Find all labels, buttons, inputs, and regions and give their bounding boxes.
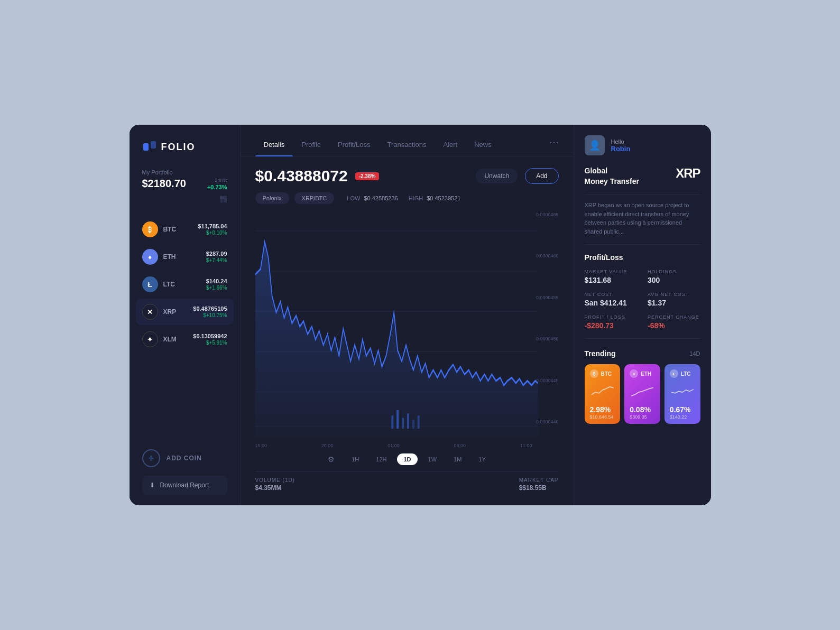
coin-info-section: Global Money Transfer XRP	[585, 166, 700, 194]
trending-price-btc: $10,646.54	[590, 414, 615, 420]
download-report-button[interactable]: ⬇ Download Report	[142, 476, 227, 495]
coin-item-btc[interactable]: ₿ BTC $11,785.04 $+0.10%	[136, 216, 234, 243]
price-change-badge: -2.38%	[355, 172, 380, 180]
trending-coin-name-ltc: LTC	[681, 371, 691, 377]
pl-item: PROFIT / LOSS -$280.73	[585, 314, 638, 330]
pl-item-label: HOLDINGS	[648, 269, 700, 274]
coin-price-ltc: $140.24	[206, 278, 227, 284]
pl-item-label: AVG NET COST	[648, 292, 700, 297]
coin-item-ltc[interactable]: Ł LTC $140.24 $+1.66%	[136, 271, 234, 298]
tab-transactions[interactable]: Transactions	[379, 135, 435, 156]
coin-description: XRP began as an open source project to e…	[585, 201, 700, 245]
coin-logo: XRP	[676, 166, 700, 181]
time-btn-12h[interactable]: 12H	[370, 453, 393, 465]
user-section: 👤 Hello Robin	[585, 135, 700, 155]
portfolio-row: $2180.70 24HR +0.73% ▦	[142, 178, 227, 203]
time-btn-1h[interactable]: 1H	[345, 453, 365, 465]
coin-change-btc: $+0.10%	[198, 230, 227, 236]
trending-price-eth: $309.35	[630, 414, 655, 420]
pair-badge[interactable]: XRP/BTC	[294, 192, 335, 204]
svg-rect-12	[412, 420, 414, 429]
marketcap-value: $$18.55B	[519, 484, 559, 492]
coin-left-xlm: ✦ XLM	[142, 331, 177, 347]
coin-title-line2: Money Transfer	[585, 177, 639, 187]
price-range: LOW $0.42585236 HIGH $0.45239521	[347, 195, 460, 201]
pl-item: PERCENT CHANGE -68%	[648, 314, 700, 330]
trending-mini-chart-btc	[590, 383, 615, 401]
user-greeting: Hello	[611, 138, 631, 145]
chart-container: 0.0000465 0.0000460 0.0000455 0.0000450 …	[255, 209, 559, 448]
unwatch-button[interactable]: Unwatch	[476, 169, 518, 183]
coin-right-btc: $11,785.04 $+0.10%	[198, 223, 227, 236]
tab-profit-loss[interactable]: Profit/Loss	[329, 135, 379, 156]
add-coin-label: ADD COIN	[167, 455, 202, 462]
coin-left-eth: ♦ ETH	[142, 249, 176, 265]
add-button[interactable]: Add	[525, 168, 558, 184]
trending-pct-ltc: 0.67%	[670, 405, 695, 414]
coin-item-xlm[interactable]: ✦ XLM $0.13059942 $+5.91%	[136, 326, 234, 353]
pl-title: Profit/Loss	[585, 253, 700, 262]
svg-rect-11	[407, 413, 409, 429]
trending-card-btc[interactable]: ₿ BTC 2.98% $10,646.54	[585, 364, 621, 424]
exchange-badge[interactable]: Polonix	[255, 192, 289, 204]
coin-name-eth: ETH	[163, 253, 176, 261]
trending-mini-chart-eth	[630, 383, 655, 401]
app-container: FOLIO My Portfolio $2180.70 24HR +0.73% …	[130, 125, 711, 505]
low-label: LOW $0.42585236	[347, 195, 398, 201]
time-btn-1m[interactable]: 1M	[447, 453, 468, 465]
tab-details[interactable]: Details	[255, 135, 293, 156]
pl-item-value: $131.68	[585, 276, 638, 284]
high-label-text: HIGH	[409, 195, 423, 201]
portfolio-section: My Portfolio $2180.70 24HR +0.73% ▦	[130, 169, 240, 203]
download-label: Download Report	[160, 481, 209, 489]
add-coin-button[interactable]: +	[142, 449, 160, 467]
coin-name-xlm: XLM	[163, 336, 177, 343]
coin-right-ltc: $140.24 $+1.66%	[206, 278, 227, 291]
time-btn-1y[interactable]: 1Y	[472, 453, 492, 465]
trending-pct-eth: 0.08%	[630, 405, 655, 414]
tab-alert[interactable]: Alert	[435, 135, 466, 156]
trending-mini-chart-ltc	[670, 383, 695, 401]
time-btn-1d[interactable]: 1D	[397, 453, 417, 465]
volume-label: VOLUME (1D)	[255, 477, 295, 483]
coin-name-btc: BTC	[163, 226, 177, 233]
pl-item: MARKET VALUE $131.68	[585, 269, 638, 284]
trending-card-eth[interactable]: ♦ ETH 0.08% $309.35	[624, 364, 660, 424]
coin-info-text: Global Money Transfer	[585, 166, 639, 187]
coin-item-xrp[interactable]: ✕ XRP $0.48765105 $+10.75%	[136, 299, 234, 325]
coin-item-eth[interactable]: ♦ ETH $287.09 $+7.44%	[136, 244, 234, 270]
trending-coin-name-eth: ETH	[641, 371, 651, 377]
coin-change-xrp: $+10.75%	[193, 312, 227, 318]
trending-period: 14D	[689, 350, 700, 357]
trending-coin-icon-btc: ₿	[590, 369, 598, 378]
trending-card-ltc[interactable]: Ł LTC 0.67% $140.22	[664, 364, 700, 424]
nav-tabs: DetailsProfileProfit/LossTransactionsAle…	[241, 125, 574, 156]
trending-section: Trending 14D ₿ BTC 2.98% $10,646.54 ♦ ET…	[585, 349, 700, 424]
portfolio-24h: 24HR +0.73% ▦	[207, 178, 227, 203]
logo-icon	[142, 140, 157, 154]
trending-pct-btc: 2.98%	[590, 405, 615, 414]
tab-profile[interactable]: Profile	[293, 135, 329, 156]
trending-price-ltc: $140.22	[670, 414, 695, 420]
coin-left-ltc: Ł LTC	[142, 276, 175, 292]
user-name: Robin	[611, 145, 631, 153]
sidebar: FOLIO My Portfolio $2180.70 24HR +0.73% …	[130, 125, 241, 505]
add-coin-section[interactable]: + ADD COIN	[130, 444, 240, 467]
trending-title: Trending	[585, 349, 616, 358]
coin-right-xlm: $0.13059942 $+5.91%	[193, 333, 227, 346]
coin-title-line1: Global	[585, 166, 639, 177]
filter-button[interactable]: ⚙	[321, 452, 341, 466]
coin-right-xrp: $0.48765105 $+10.75%	[193, 305, 227, 318]
svg-rect-1	[151, 141, 156, 149]
main-content: DetailsProfileProfit/LossTransactionsAle…	[241, 125, 574, 505]
nav-more-button[interactable]: ⋯	[549, 136, 559, 155]
trending-coin-name-btc: BTC	[601, 371, 612, 377]
time-btn-1w[interactable]: 1W	[422, 453, 444, 465]
exchange-row: Polonix XRP/BTC LOW $0.42585236 HIGH $0.…	[255, 192, 559, 204]
tab-news[interactable]: News	[466, 135, 500, 156]
pl-item-label: NET COST	[585, 292, 638, 297]
coin-change-eth: $+7.44%	[206, 257, 227, 263]
coin-price-eth: $287.09	[206, 251, 227, 257]
pl-item: NET COST San $412.41	[585, 292, 638, 307]
svg-rect-0	[143, 143, 149, 151]
